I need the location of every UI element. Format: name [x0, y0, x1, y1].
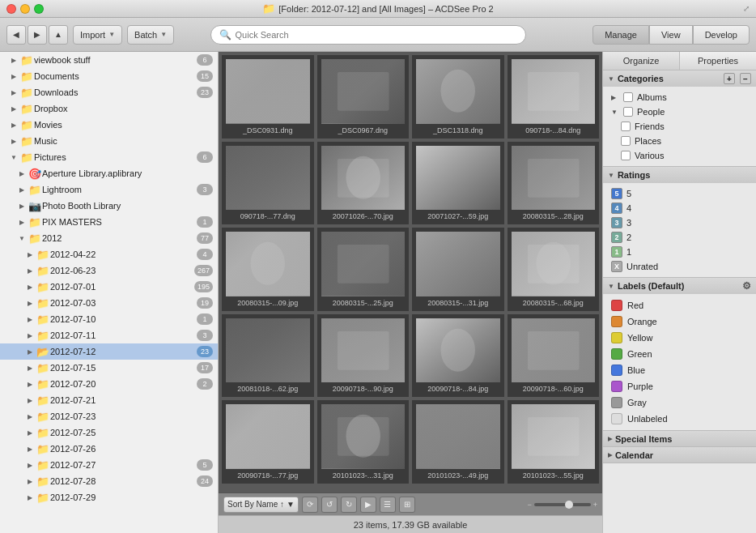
- photo-cell-6[interactable]: 20071026-...70.jpg: [317, 142, 410, 225]
- photo-cell-10[interactable]: 20080315-...25.jpg: [317, 228, 410, 311]
- photo-cell-7[interactable]: 20071027-...59.jpg: [412, 142, 504, 225]
- sidebar-item-d20120422[interactable]: ▶ 📁 2012-04-22 4: [0, 246, 218, 262]
- photo-cell-18[interactable]: 20101023-...31.jpg: [317, 400, 410, 484]
- sort-dropdown[interactable]: Sort By Name ↑ ▼: [223, 497, 299, 513]
- sidebar-item-pixmasters[interactable]: ▶ 📁 PIX MASTERS 1: [0, 214, 218, 230]
- photo-cell-14[interactable]: 20090718-...90.jpg: [317, 314, 410, 398]
- photo-cell-9[interactable]: 20080315-...09.jpg: [222, 228, 314, 311]
- back-button[interactable]: ◀: [6, 25, 26, 45]
- sidebar-item-d20120721[interactable]: ▶ 📁 2012-07-21: [0, 392, 218, 408]
- sidebar-item-aperture[interactable]: ▶ 🎯 Aperture Library.aplibrary: [0, 165, 218, 181]
- sidebar-item-yr2012[interactable]: ▼ 📁 2012 77: [0, 230, 218, 246]
- tab-develop[interactable]: Develop: [693, 25, 750, 45]
- places-checkbox[interactable]: [621, 136, 631, 146]
- special-items-header[interactable]: ▶ Special Items: [603, 431, 756, 447]
- photo-cell-15[interactable]: 20090718-...84.jpg: [412, 314, 504, 398]
- sidebar-item-photobooth[interactable]: ▶ 📷 Photo Booth Library: [0, 198, 218, 214]
- close-button[interactable]: [6, 4, 16, 14]
- category-albums[interactable]: ▶ Albums: [608, 90, 751, 104]
- sidebar-item-d20120711[interactable]: ▶ 📁 2012-07-11 3: [0, 327, 218, 343]
- tab-manage[interactable]: Manage: [592, 25, 649, 45]
- category-people[interactable]: ▼ People: [608, 104, 751, 119]
- forward-button[interactable]: ▶: [28, 25, 47, 45]
- sidebar-item-d20120720[interactable]: ▶ 📁 2012-07-20 2: [0, 376, 218, 392]
- ratings-header[interactable]: ▼ Ratings: [603, 167, 756, 183]
- photo-cell-8[interactable]: 20080315-...28.jpg: [508, 142, 600, 225]
- rotate-right-button[interactable]: ↻: [341, 497, 357, 513]
- play-button[interactable]: ▶: [360, 497, 376, 513]
- sidebar-item-viewbook[interactable]: ▶ 📁 viewbook stuff 6: [0, 52, 218, 68]
- batch-button[interactable]: Batch ▼: [127, 25, 174, 45]
- photo-cell-2[interactable]: _DSC0967.dng: [317, 55, 410, 139]
- label-gray[interactable]: Gray: [608, 394, 751, 411]
- label-unlabeled[interactable]: Unlabeled: [608, 411, 751, 427]
- sidebar-item-pictures[interactable]: ▼ 📁 Pictures 6: [0, 149, 218, 165]
- sidebar-item-music[interactable]: ▶ 📁 Music: [0, 133, 218, 149]
- zoom-track[interactable]: [534, 503, 591, 506]
- photo-cell-16[interactable]: 20090718-...60.jpg: [508, 314, 600, 398]
- sidebar-item-d20120701[interactable]: ▶ 📁 2012-07-01 195: [0, 279, 218, 295]
- search-input[interactable]: [236, 30, 517, 40]
- categories-header[interactable]: ▼ Categories + −: [603, 70, 756, 87]
- sidebar-item-dropbox[interactable]: ▶ 📁 Dropbox: [0, 100, 218, 117]
- zoom-thumb[interactable]: [565, 501, 573, 509]
- sidebar-item-d20120715[interactable]: ▶ 📁 2012-07-15 17: [0, 360, 218, 376]
- rating-4[interactable]: 4 4: [608, 201, 751, 215]
- label-yellow[interactable]: Yellow: [608, 330, 751, 346]
- photo-cell-5[interactable]: 090718-...77.dng: [222, 142, 314, 225]
- rotate-left-button[interactable]: ↺: [321, 497, 338, 513]
- label-orange[interactable]: Orange: [608, 313, 751, 330]
- sidebar-item-d20120710[interactable]: ▶ 📁 2012-07-10 1: [0, 311, 218, 327]
- photo-cell-11[interactable]: 20080315-...31.jpg: [412, 228, 504, 311]
- sidebar-item-d20120726[interactable]: ▶ 📁 2012-07-26: [0, 441, 218, 457]
- sidebar-item-downloads[interactable]: ▶ 📁 Downloads 23: [0, 84, 218, 100]
- minimize-button[interactable]: [20, 4, 30, 14]
- category-places[interactable]: Places: [608, 134, 751, 148]
- rating-2[interactable]: 2 2: [608, 230, 751, 245]
- label-red[interactable]: Red: [608, 297, 751, 313]
- rating-1[interactable]: 1 1: [608, 245, 751, 259]
- photo-cell-19[interactable]: 20101023-...49.jpg: [412, 400, 504, 484]
- sidebar-item-movies[interactable]: ▶ 📁 Movies: [0, 117, 218, 133]
- import-button[interactable]: Import ▼: [73, 25, 122, 45]
- photo-cell-4[interactable]: 090718-...84.dng: [508, 55, 600, 139]
- sidebar-item-documents[interactable]: ▶ 📁 Documents 15: [0, 68, 218, 84]
- sidebar-item-d20120703[interactable]: ▶ 📁 2012-07-03 19: [0, 295, 218, 311]
- sidebar-item-d20120727[interactable]: ▶ 📁 2012-07-27 5: [0, 457, 218, 473]
- photo-cell-12[interactable]: 20080315-...68.jpg: [508, 228, 600, 311]
- remove-category-button[interactable]: −: [740, 73, 751, 84]
- grid-view-button[interactable]: ⊞: [399, 497, 415, 513]
- labels-gear-icon[interactable]: ⚙: [742, 280, 751, 292]
- label-blue[interactable]: Blue: [608, 362, 751, 378]
- tab-view[interactable]: View: [649, 25, 693, 45]
- tab-organize[interactable]: Organize: [603, 52, 680, 70]
- photo-cell-3[interactable]: _DSC1318.dng: [412, 55, 504, 139]
- up-button[interactable]: ▲: [49, 25, 68, 45]
- label-green[interactable]: Green: [608, 346, 751, 362]
- albums-checkbox[interactable]: [623, 92, 633, 102]
- photo-cell-1[interactable]: _DSC0931.dng: [222, 55, 314, 139]
- sidebar-item-d20120728[interactable]: ▶ 📁 2012-07-28 24: [0, 473, 218, 489]
- rating-3[interactable]: 3 3: [608, 215, 751, 230]
- calendar-header[interactable]: ▶ Calendar: [603, 447, 756, 463]
- category-friends[interactable]: Friends: [608, 119, 751, 134]
- sidebar-item-d20120725[interactable]: ▶ 📁 2012-07-25: [0, 424, 218, 441]
- label-purple[interactable]: Purple: [608, 378, 751, 394]
- sync-button[interactable]: ⟳: [302, 497, 318, 513]
- list-view-button[interactable]: ☰: [380, 497, 396, 513]
- labels-header[interactable]: ▼ Labels (Default) ⚙: [603, 278, 756, 294]
- sidebar-item-d20120623[interactable]: ▶ 📁 2012-06-23 267: [0, 262, 218, 279]
- add-category-button[interactable]: +: [724, 73, 735, 84]
- rating-5[interactable]: 5 5: [608, 186, 751, 201]
- photo-cell-20[interactable]: 20101023-...55.jpg: [508, 400, 600, 484]
- various-checkbox[interactable]: [621, 151, 631, 160]
- rating-unrated[interactable]: X Unrated: [608, 259, 751, 274]
- maximize-button[interactable]: [34, 4, 44, 14]
- photo-cell-17[interactable]: 20090718-...77.jpg: [222, 400, 314, 484]
- category-various[interactable]: Various: [608, 148, 751, 163]
- sidebar-item-d20120723[interactable]: ▶ 📁 2012-07-23: [0, 408, 218, 424]
- tab-properties[interactable]: Properties: [680, 52, 756, 70]
- sidebar-item-d20120729[interactable]: ▶ 📁 2012-07-29: [0, 489, 218, 505]
- photo-cell-13[interactable]: 20081018-...62.jpg: [222, 314, 314, 398]
- people-checkbox[interactable]: [623, 107, 633, 117]
